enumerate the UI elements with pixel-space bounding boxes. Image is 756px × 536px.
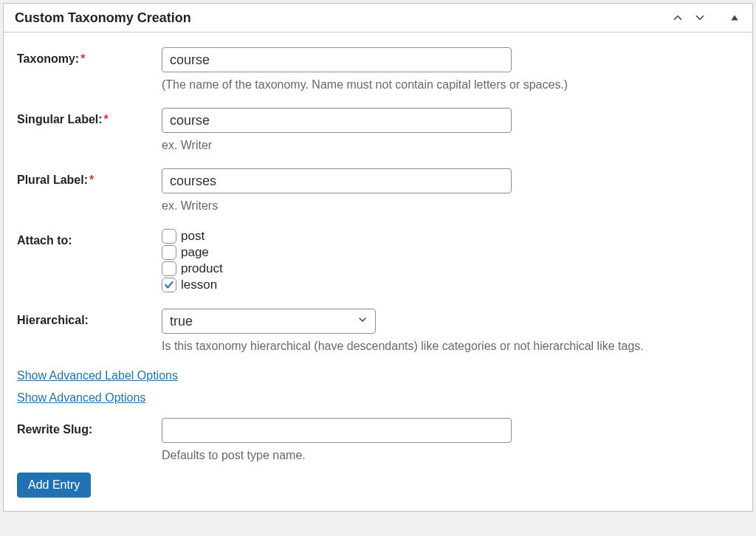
- collapse-icon[interactable]: [726, 10, 743, 26]
- check-row-post: post: [162, 229, 739, 244]
- singular-input[interactable]: [162, 108, 512, 133]
- attach-check-list: post page product: [162, 229, 739, 292]
- panel-header: Custom Taxonomy Creation: [4, 4, 752, 32]
- row-singular: Singular Label:* ex. Writer: [4, 108, 752, 152]
- panel-title: Custom Taxonomy Creation: [15, 10, 191, 26]
- field-rewrite: Defaults to post type name.: [162, 418, 739, 462]
- row-taxonomy: Taxonomy:* (The name of the taxonomy. Na…: [4, 47, 752, 92]
- label-hierarchical: Hierarchical:: [17, 309, 162, 327]
- field-singular: ex. Writer: [162, 108, 739, 152]
- field-attach: post page product: [162, 229, 739, 292]
- panel-body: Taxonomy:* (The name of the taxonomy. Na…: [4, 32, 752, 511]
- hint-hierarchical: Is this taxonomy hierarchical (have desc…: [162, 340, 739, 353]
- checkbox-product[interactable]: [162, 261, 176, 276]
- hint-plural: ex. Writers: [162, 199, 739, 213]
- label-text: Singular Label:: [17, 113, 103, 126]
- add-entry-button[interactable]: Add Entry: [17, 473, 91, 498]
- row-attach: Attach to: post page: [4, 229, 752, 292]
- move-down-icon[interactable]: [692, 10, 708, 26]
- label-plural: Plural Label:*: [17, 168, 162, 187]
- hint-rewrite: Defaults to post type name.: [162, 449, 739, 462]
- taxonomy-panel: Custom Taxonomy Creation Taxonomy:* (The…: [3, 3, 753, 512]
- field-hierarchical: Is this taxonomy hierarchical (have desc…: [162, 309, 739, 353]
- label-taxonomy: Taxonomy:*: [17, 47, 162, 66]
- field-taxonomy: (The name of the taxonomy. Name must not…: [162, 47, 739, 92]
- checkbox-label: product: [181, 261, 223, 276]
- field-plural: ex. Writers: [162, 168, 739, 213]
- checkbox-label: page: [181, 245, 209, 260]
- label-text: Taxonomy:: [17, 52, 79, 65]
- checkbox-page[interactable]: [162, 245, 176, 260]
- check-row-page: page: [162, 245, 739, 260]
- check-row-lesson: lesson: [162, 278, 739, 292]
- taxonomy-input[interactable]: [162, 47, 512, 72]
- row-hierarchical: Hierarchical: Is this taxonomy hierarchi…: [4, 309, 752, 353]
- hint-taxonomy: (The name of the taxonomy. Name must not…: [162, 78, 739, 92]
- plural-input[interactable]: [162, 168, 512, 193]
- separator: [717, 10, 718, 26]
- check-row-product: product: [162, 261, 739, 276]
- required-marker: *: [80, 52, 85, 65]
- required-marker: *: [89, 173, 94, 186]
- label-singular: Singular Label:*: [17, 108, 162, 126]
- row-plural: Plural Label:* ex. Writers: [4, 168, 752, 213]
- label-attach: Attach to:: [17, 229, 162, 247]
- show-advanced-options-link[interactable]: Show Advanced Options: [17, 391, 145, 405]
- label-rewrite: Rewrite Slug:: [17, 418, 162, 436]
- panel-controls: [670, 10, 743, 26]
- show-advanced-labels-link[interactable]: Show Advanced Label Options: [17, 369, 178, 382]
- checkbox-post[interactable]: [162, 229, 176, 244]
- checkbox-lesson[interactable]: [162, 278, 176, 292]
- hierarchical-select-wrap: [162, 309, 376, 334]
- hint-singular: ex. Writer: [162, 139, 739, 152]
- row-rewrite: Rewrite Slug: Defaults to post type name…: [4, 418, 752, 462]
- svg-marker-0: [731, 16, 738, 21]
- checkbox-label: post: [181, 229, 205, 244]
- label-text: Plural Label:: [17, 173, 88, 186]
- rewrite-input[interactable]: [162, 418, 512, 443]
- required-marker: *: [104, 113, 109, 126]
- submit-row: Add Entry: [4, 473, 752, 498]
- move-up-icon[interactable]: [670, 10, 686, 26]
- hierarchical-select[interactable]: [162, 309, 376, 334]
- advanced-links: Show Advanced Label Options Show Advance…: [4, 369, 752, 413]
- checkbox-label: lesson: [181, 278, 217, 292]
